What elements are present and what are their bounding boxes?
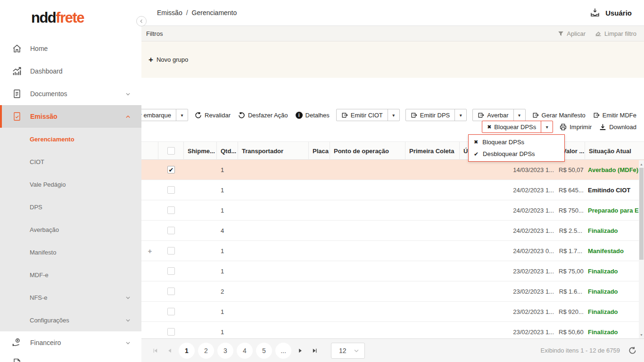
col-placa[interactable]: Placa [309,142,330,160]
submenu-item-ciot[interactable]: CIOT [0,150,141,173]
row-checkbox[interactable] [167,288,175,295]
averbar-dropdown-arrow[interactable]: ▾ [513,109,525,121]
col-situacao-atual[interactable]: Situação Atual [585,142,644,160]
revalidar-label: Revalidar [205,112,231,119]
cancel-embarque-dropdown-arrow[interactable]: ▾ [176,109,188,121]
qtd-cell: 1 [217,166,238,173]
row-checkbox[interactable] [167,328,175,336]
row-checkbox[interactable] [167,186,175,194]
bloquear-dpss-dropdown-arrow[interactable]: ▾ [541,121,553,132]
table-row[interactable]: + 1 24/02/2023 0... R$ 1.7... Manifestad… [141,241,644,261]
table-row[interactable]: + 1 23/02/2023 1... R$ 50,60 Finalizado [141,322,644,338]
page-button-1[interactable]: 1 [179,343,195,359]
row-checkbox[interactable] [167,308,175,315]
row-checkbox[interactable] [167,267,175,275]
export-icon [593,112,600,118]
table-row[interactable]: + 1 23/02/2023 1... R$ 75,00 Finalizado [141,261,644,281]
table-row[interactable]: + 2 23/02/2023 1... R$ 1.6... Finalizado [141,281,644,302]
more-pages-button[interactable]: ... [275,343,291,359]
emitir-dps-main[interactable]: Emitir DPS [406,109,455,121]
grid-header-row: Shipme... Qtd... Transportador Placa Pon… [141,142,644,160]
bloquear-dpss-button[interactable]: ✖ Bloquear DPSs ▾ [482,121,553,133]
next-page-button[interactable] [294,345,306,357]
submenu-item-averbacao[interactable]: Averbação [0,218,141,241]
emitir-dps-dropdown-arrow[interactable]: ▾ [454,109,466,121]
sidebar-collapse-button[interactable] [136,16,147,26]
sidebar-item-emissao[interactable]: Emissão [0,105,141,128]
apply-filter-button[interactable]: Aplicar [558,30,586,37]
table-row[interactable]: + 4 24/02/2023 1... R$ 2.5... Finalizado [141,221,644,241]
clear-filter-button[interactable]: Limpar filtro [595,30,636,37]
status-cell: Finalizado [585,308,644,315]
scroll-down-icon[interactable]: ▼ [639,332,644,337]
averbar-button[interactable]: Averbar ▾ [472,109,525,121]
refresh-grid-icon[interactable] [628,346,636,354]
submenu-item-gerenciamento[interactable]: Gerenciamento [0,128,141,150]
imprimir-button[interactable]: Imprimir [559,121,593,133]
menu-item-bloquear-dpss[interactable]: ✖ Bloquear DPSs [469,136,564,148]
status-cell: Finalizado [585,288,644,295]
desfazer-acao-button[interactable]: Desfazer Ação [237,109,289,121]
submenu-item-dps[interactable]: DPS [0,196,141,218]
sidebar-item-documentos[interactable]: Documentos [0,82,141,105]
col-ponto-operacao[interactable]: Ponto de operação [330,142,405,160]
sidebar-item-home[interactable]: Home [0,37,141,60]
previous-page-button[interactable] [164,345,176,357]
scroll-up-icon[interactable]: ▲ [639,161,644,167]
menu-item-desbloquear-dpss[interactable]: ✔ Desbloquear DPSs [469,148,564,160]
sidebar-item-partial[interactable] [0,354,141,362]
emitir-dps-button[interactable]: Emitir DPS ▾ [405,109,467,121]
col-qtd[interactable]: Qtd... [217,142,238,160]
date-cell: 24/02/2023 1... [460,227,559,234]
averbar-main[interactable]: Averbar [473,109,513,121]
submenu-item-manifesto[interactable]: Manifesto [0,241,141,263]
row-checkbox[interactable] [167,166,175,173]
emitir-ciot-main[interactable]: Emitir CIOT [337,109,388,121]
select-all-checkbox[interactable] [167,147,175,155]
col-transportador[interactable]: Transportador [238,142,309,160]
table-row[interactable]: + 1 23/02/2023 1... R$ 920... Finalizado [141,302,644,322]
revalidar-button[interactable]: Revalidar [194,109,231,121]
col-expand [141,142,158,160]
emitir-ciot-button[interactable]: Emitir CIOT ▾ [336,109,400,121]
scrollbar-thumb[interactable] [639,168,644,260]
gerar-manifesto-button[interactable]: Gerar Manifesto [531,109,586,121]
breadcrumb-emissao[interactable]: Emissão [157,9,182,16]
submenu-item-vale-pedagio[interactable]: Vale Pedágio [0,173,141,196]
last-page-button[interactable] [309,345,321,357]
page-size-select[interactable]: 12 [331,343,365,359]
page-button-2[interactable]: 2 [198,343,214,359]
user-menu[interactable]: Usuário [589,7,632,18]
download-button[interactable]: Download [598,121,637,133]
submenu-item-configuracoes[interactable]: Configurações [0,309,141,331]
page-button-3[interactable]: 3 [217,343,233,359]
expand-icon[interactable]: + [148,247,152,255]
finance-icon [12,337,22,348]
submenu-item-nfse[interactable]: NFS-e [0,286,141,309]
group-band: + Novo grupo [141,41,644,78]
table-row[interactable]: + 1 24/02/2023 1... R$ 645... Emitindo C… [141,180,644,200]
new-group-button[interactable]: + Novo grupo [149,56,188,64]
submenu-item-mdfe[interactable]: MDF-e [0,263,141,286]
vertical-scrollbar[interactable]: ▲ ▼ [639,160,644,338]
sidebar-item-financeiro[interactable]: Financeiro [0,331,141,354]
chevron-down-icon [125,317,131,323]
bloquear-dpss-main[interactable]: ✖ Bloquear DPSs [482,121,541,132]
emitir-mdfe-button[interactable]: Emitir MDFe [592,109,637,121]
table-row[interactable]: + 1 24/02/2023 1... R$ 750... Preparado … [141,200,644,221]
breadcrumb-gerenciamento[interactable]: Gerenciamento [192,9,237,16]
table-row[interactable]: + 1 14/03/2023 1... R$ 50,07 Averbado (M… [141,160,644,180]
col-shipment[interactable]: Shipme... [184,142,217,160]
row-checkbox[interactable] [167,227,175,234]
first-page-button[interactable] [149,345,161,357]
row-checkbox[interactable] [167,247,175,255]
info-icon [296,112,303,119]
row-checkbox[interactable] [167,206,175,214]
detalhes-button[interactable]: Detalhes [295,109,330,121]
page-button-5[interactable]: 5 [256,343,272,359]
col-primeira-coleta[interactable]: Primeira Coleta [405,142,460,160]
emitir-ciot-dropdown-arrow[interactable]: ▾ [388,109,399,121]
sidebar-item-dashboard[interactable]: Dashboard [0,60,141,82]
page-button-4[interactable]: 4 [237,343,253,359]
submenu-item-label: NFS-e [30,294,48,301]
